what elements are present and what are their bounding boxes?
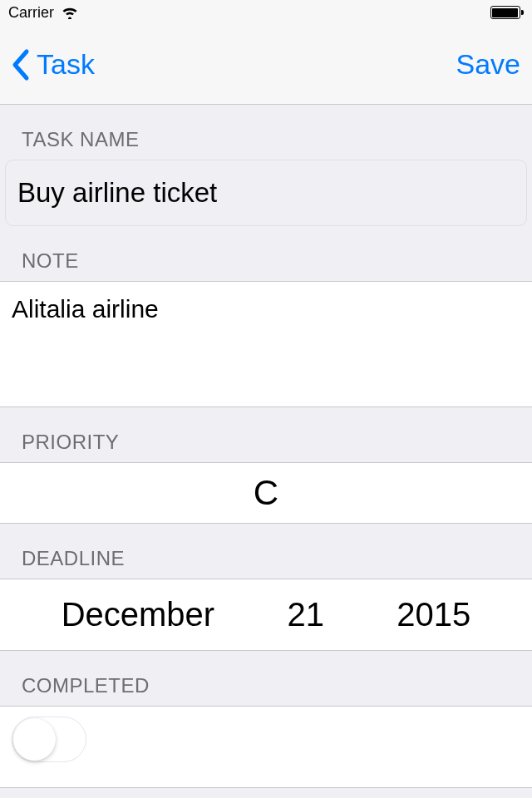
deadline-header: DEADLINE bbox=[0, 524, 532, 579]
battery-icon bbox=[490, 6, 525, 19]
deadline-picker[interactable]: December 21 2015 bbox=[0, 579, 532, 651]
task-name-input[interactable]: Buy airline ticket bbox=[5, 160, 527, 226]
toggle-knob bbox=[13, 718, 56, 761]
carrier-label: Carrier bbox=[8, 4, 54, 22]
nav-bar: Task Save bbox=[0, 25, 532, 105]
deadline-month[interactable]: December bbox=[62, 596, 215, 633]
note-input[interactable]: Alitalia airline bbox=[0, 281, 532, 407]
back-button[interactable]: Task bbox=[12, 48, 95, 81]
save-button[interactable]: Save bbox=[456, 48, 521, 81]
task-name-header: TASK NAME bbox=[0, 105, 532, 160]
priority-value[interactable]: C bbox=[0, 462, 532, 524]
chevron-left-icon bbox=[12, 48, 32, 81]
back-label: Task bbox=[37, 48, 95, 81]
status-bar: Carrier bbox=[0, 0, 532, 25]
deadline-day[interactable]: 21 bbox=[288, 596, 325, 633]
completed-header: COMPLETED bbox=[0, 651, 532, 706]
status-left: Carrier bbox=[8, 4, 79, 22]
deadline-year[interactable]: 2015 bbox=[397, 596, 470, 633]
completed-toggle[interactable] bbox=[12, 717, 86, 762]
wifi-icon bbox=[61, 6, 79, 19]
priority-header: PRIORITY bbox=[0, 407, 532, 462]
completed-cell bbox=[0, 706, 532, 788]
note-header: NOTE bbox=[0, 226, 532, 281]
